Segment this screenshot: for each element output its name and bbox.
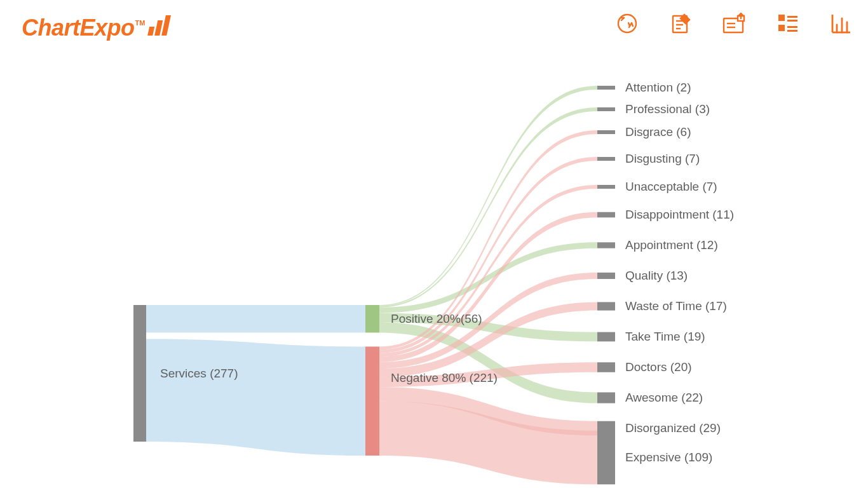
term-label: Disorganized (29) [625, 421, 721, 435]
svg-rect-1 [155, 20, 163, 36]
properties-icon[interactable] [774, 10, 801, 37]
sankey-chart: Services (277)Positive 20%(56)Negative 8… [0, 51, 868, 488]
positive-node[interactable] [365, 305, 379, 332]
term-label: Unacceptable (7) [625, 180, 717, 193]
svg-rect-16 [787, 26, 797, 28]
term-node[interactable] [597, 107, 615, 111]
term-node[interactable] [597, 86, 615, 90]
term-node[interactable] [597, 362, 615, 372]
term-label: Quality (13) [625, 269, 688, 282]
svg-rect-17 [787, 30, 797, 32]
term-node[interactable] [597, 242, 615, 248]
term-node[interactable] [597, 302, 615, 310]
svg-rect-12 [778, 15, 785, 21]
term-node[interactable] [597, 185, 615, 189]
term-label: Disgrace (6) [625, 125, 691, 139]
negative-node[interactable] [365, 346, 379, 456]
toolbar [614, 10, 854, 37]
export-icon[interactable] [721, 10, 747, 37]
term-node[interactable] [597, 431, 615, 485]
term-label: Awesome (22) [625, 391, 703, 404]
term-label: Take Time (19) [625, 330, 705, 343]
positive-label: Positive 20%(56) [391, 312, 482, 325]
term-label: Appointment (12) [625, 238, 718, 252]
svg-rect-0 [148, 27, 155, 36]
svg-rect-2 [162, 15, 172, 36]
term-label: Disappointment (11) [625, 208, 734, 221]
term-node[interactable] [597, 130, 615, 134]
header: ChartExpo TM [0, 0, 868, 51]
brand-name: ChartExpo [22, 15, 135, 41]
source-label: Services (277) [160, 367, 238, 380]
svg-rect-13 [778, 25, 785, 31]
edit-icon[interactable] [667, 10, 694, 37]
source-node[interactable] [133, 305, 146, 442]
term-node[interactable] [597, 273, 615, 279]
term-node[interactable] [597, 157, 615, 161]
term-label: Attention (2) [625, 81, 691, 94]
term-label: Expensive (109) [625, 451, 712, 464]
term-node[interactable] [597, 332, 615, 342]
svg-rect-14 [787, 16, 797, 18]
term-node[interactable] [597, 392, 615, 403]
brand-logo: ChartExpo TM [22, 14, 172, 41]
reset-icon[interactable] [614, 10, 641, 37]
term-label: Disgusting (7) [625, 152, 700, 165]
term-label: Doctors (20) [625, 360, 692, 374]
term-label: Waste of Time (17) [625, 299, 727, 313]
svg-rect-15 [787, 20, 797, 22]
negative-label: Negative 80% (221) [391, 371, 498, 384]
brand-bars-icon [147, 15, 172, 37]
brand-tm: TM [135, 19, 146, 27]
chart-icon[interactable] [827, 10, 854, 37]
term-label: Professional (3) [625, 102, 710, 116]
term-node[interactable] [597, 212, 615, 218]
